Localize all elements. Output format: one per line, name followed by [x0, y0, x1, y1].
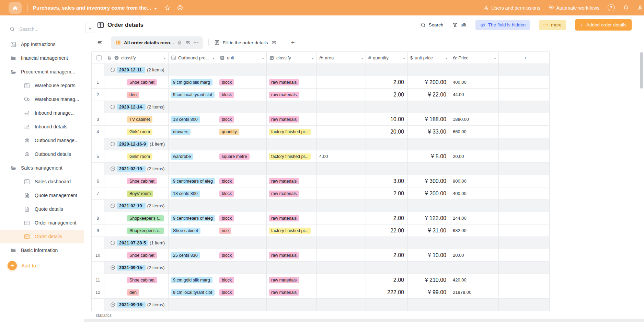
- table-cell[interactable]: Shopkeeper's r...: [104, 225, 169, 237]
- group-title-cell[interactable]: 2020-12-11-(2 items): [104, 64, 169, 76]
- table-row[interactable]: 11Shoe cabinet9 cm gold silk margblockra…: [92, 274, 550, 286]
- quantity-cell[interactable]: [366, 150, 408, 163]
- column-header-price[interactable]: Price: [450, 52, 499, 64]
- collapse-group-icon[interactable]: [110, 203, 115, 208]
- table-cell[interactable]: 9 cm gold silk marg: [169, 274, 217, 286]
- table-cell[interactable]: raw materials: [267, 286, 317, 299]
- group-title-cell[interactable]: 2021-09-16-(2 items): [104, 299, 169, 311]
- unit-price-cell[interactable]: ¥ 5.00: [408, 150, 450, 163]
- table-cell[interactable]: Shoe cabinet: [104, 76, 169, 89]
- table-cell[interactable]: Shoe cabinet: [169, 225, 217, 237]
- table-row[interactable]: 2den9 cm local tyrant clotblockraw mater…: [92, 89, 550, 101]
- area-cell[interactable]: [317, 89, 366, 101]
- collapse-group-icon[interactable]: [110, 104, 115, 110]
- group-title-cell[interactable]: 2021-07-28-5(1 item): [104, 237, 169, 249]
- table-cell[interactable]: 9 centimeters of eleg: [169, 175, 217, 187]
- table-row[interactable]: 10Shoe cabinet25 cents 830blockraw mater…: [92, 249, 550, 262]
- filter-sift-button[interactable]: sift: [452, 22, 466, 28]
- statistics-cell[interactable]: statistics: [91, 311, 168, 320]
- table-cell[interactable]: block: [217, 212, 267, 225]
- sidebar-item-app-instructions[interactable]: App Instructions: [0, 37, 84, 51]
- badge-icon[interactable]: [177, 5, 183, 11]
- row-number-cell[interactable]: 3: [92, 113, 104, 126]
- group-title-cell[interactable]: 2021-02-19-(2 items): [104, 163, 169, 175]
- price-cell[interactable]: 21978.00: [450, 286, 499, 299]
- group-header-row[interactable]: 2021-07-28-5(1 item): [92, 237, 550, 249]
- table-row[interactable]: 4Girls' roomdrawersquantityfactory finis…: [92, 126, 550, 138]
- price-cell[interactable]: 1880.00: [450, 113, 499, 126]
- quantity-cell[interactable]: 2.00: [366, 249, 408, 262]
- sidebar-item-warehouse-reports[interactable]: Warehouse reports: [0, 79, 84, 92]
- price-cell[interactable]: 20.00: [450, 150, 499, 163]
- sidebar-item-quote-details[interactable]: Quote details: [0, 202, 84, 216]
- add-view-button[interactable]: [291, 39, 295, 46]
- empty-cell[interactable]: [499, 89, 550, 101]
- table-cell[interactable]: den: [104, 89, 169, 101]
- unit-price-cell[interactable]: ¥ 33.00: [408, 126, 450, 138]
- quantity-cell[interactable]: 3.00: [366, 175, 408, 187]
- empty-cell[interactable]: [499, 113, 550, 126]
- empty-cell[interactable]: [499, 76, 550, 89]
- sidebar-item-procurement-managem[interactable]: Procurement managem...: [0, 65, 84, 79]
- area-cell[interactable]: 4.00: [317, 150, 366, 163]
- table-cell[interactable]: raw materials: [267, 274, 317, 286]
- chevron-down-icon[interactable]: [262, 55, 264, 60]
- sidebar-search-input[interactable]: Search...: [10, 22, 84, 36]
- sidebar-item-financial-management[interactable]: financial management: [0, 51, 84, 65]
- unit-price-cell[interactable]: ¥ 200.00: [408, 187, 450, 200]
- table-row[interactable]: 3TV cabinet18 cents 800blockraw material…: [92, 113, 550, 126]
- row-number-cell[interactable]: 11: [92, 274, 104, 286]
- group-header-row[interactable]: 2021-02-19-(2 items): [92, 163, 550, 175]
- column-header-unit-price[interactable]: unit price: [408, 52, 450, 64]
- table-row[interactable]: 8Shopkeeper's r...9 centimeters of elegb…: [92, 212, 550, 225]
- table-cell[interactable]: factory finished pr...: [267, 150, 317, 163]
- table-cell[interactable]: 18 cents 800: [169, 113, 217, 126]
- table-row[interactable]: 1Shoe cabinet9 cm gold silk margblockraw…: [92, 76, 550, 89]
- table-cell[interactable]: raw materials: [267, 249, 317, 262]
- column-header-outbound-pro[interactable]: Outbound pro...: [169, 52, 217, 64]
- table-row[interactable]: 6Shoe cabinet9 centimeters of elegblockr…: [92, 175, 550, 187]
- table-cell[interactable]: 9 cm local tyrant clot: [169, 286, 217, 299]
- table-cell[interactable]: 9 cm local tyrant clot: [169, 89, 217, 101]
- sidebar-item-quote-management[interactable]: Quote management: [0, 188, 84, 202]
- price-cell[interactable]: 900.00: [450, 175, 499, 187]
- table-cell[interactable]: square metre: [217, 150, 267, 163]
- table-cell[interactable]: 9 cm gold silk marg: [169, 76, 217, 89]
- chevron-down-icon[interactable]: [403, 55, 405, 60]
- collapse-group-icon[interactable]: [110, 141, 115, 147]
- sidebar-item-inbound-manage[interactable]: Inbound manage...: [0, 106, 84, 120]
- star-icon[interactable]: [164, 5, 170, 11]
- unit-price-cell[interactable]: ¥ 10.00: [408, 249, 450, 262]
- area-cell[interactable]: [317, 113, 366, 126]
- more-pill[interactable]: more: [539, 20, 566, 30]
- table-cell[interactable]: TV cabinet: [104, 113, 169, 126]
- empty-cell[interactable]: [499, 249, 550, 262]
- table-cell[interactable]: block: [217, 175, 267, 187]
- row-number-cell[interactable]: 5: [92, 150, 104, 163]
- row-number-cell[interactable]: 9: [92, 225, 104, 237]
- sidebar-item-sales-management[interactable]: Sales management: [0, 161, 84, 175]
- unit-price-cell[interactable]: ¥ 188.00: [408, 113, 450, 126]
- table-cell[interactable]: Girls' room: [104, 126, 169, 138]
- table-cell[interactable]: block: [217, 187, 267, 200]
- table-cell[interactable]: drawers: [169, 126, 217, 138]
- horizontal-scrollbar-track[interactable]: [84, 319, 644, 322]
- price-cell[interactable]: 400.00: [450, 187, 499, 200]
- group-title-cell[interactable]: 2020-12-14-(2 items): [104, 101, 169, 113]
- table-cell[interactable]: raw materials: [267, 89, 317, 101]
- users-permissions-button[interactable]: Users and permissions: [483, 5, 540, 11]
- table-cell[interactable]: raw materials: [267, 76, 317, 89]
- row-number-cell[interactable]: 8: [92, 212, 104, 225]
- area-cell[interactable]: [317, 286, 366, 299]
- unit-price-cell[interactable]: ¥ 99.00: [408, 286, 450, 299]
- unit-price-cell[interactable]: ¥ 210.00: [408, 274, 450, 286]
- quantity-cell[interactable]: 2.00: [366, 274, 408, 286]
- table-cell[interactable]: factory finished pr...: [267, 126, 317, 138]
- sidebar-item-outbound-details[interactable]: Outbound details: [0, 147, 84, 161]
- chevron-down-icon[interactable]: [361, 55, 363, 60]
- table-cell[interactable]: block: [217, 249, 267, 262]
- table-cell[interactable]: 9 centimeters of eleg: [169, 212, 217, 225]
- quantity-cell[interactable]: 2.00: [366, 76, 408, 89]
- chevron-down-icon[interactable]: [494, 55, 496, 60]
- group-header-row[interactable]: 2021-09-16-(2 items): [92, 299, 550, 311]
